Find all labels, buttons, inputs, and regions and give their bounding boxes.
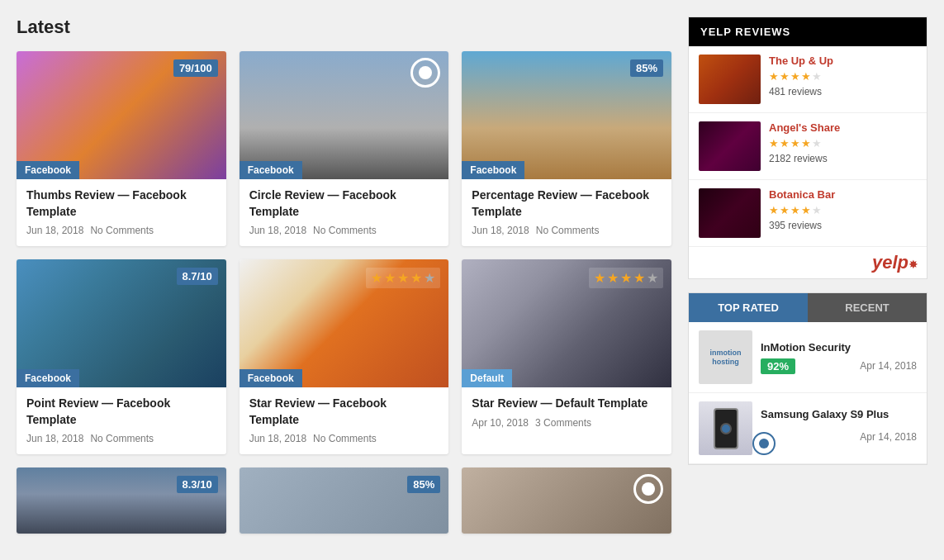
yelp-info: Botanica Bar ★★★★★ 395 reviews	[769, 188, 917, 238]
card-meta: Jun 18, 2018 No Comments	[26, 433, 216, 444]
rated-item-name: Samsung Galaxy S9 Plus	[761, 408, 917, 420]
card-date: Jun 18, 2018	[26, 433, 83, 444]
percent-badge: 85%	[407, 476, 440, 493]
review-card[interactable]: Facebook Circle Review — Facebook Templa…	[240, 51, 449, 246]
yelp-place-name: Botanica Bar	[769, 188, 917, 201]
yelp-stars: ★★★★★	[769, 204, 917, 216]
bottom-cards-grid: 8.3/10 85%	[17, 467, 671, 534]
yelp-header: YELP REVIEWS	[689, 17, 927, 46]
review-card[interactable]: ★★★★★ Facebook Star Review — Facebook Te…	[240, 259, 449, 454]
card-image: 79/100 Facebook	[17, 51, 226, 179]
rated-thumb	[699, 401, 752, 455]
camera-icon	[720, 423, 732, 434]
category-label: Facebook	[462, 161, 524, 179]
yelp-review-count: 395 reviews	[769, 220, 917, 231]
section-title: Latest	[17, 17, 671, 38]
card-image	[462, 467, 671, 534]
card-body: Thumbs Review — Facebook Template Jun 18…	[17, 179, 226, 246]
category-label: Default	[462, 369, 512, 387]
yelp-star-icon: ★	[769, 70, 779, 83]
card-comments: No Comments	[313, 225, 377, 236]
star-icon: ★	[594, 270, 605, 286]
yelp-star-icon: ★	[801, 204, 811, 216]
card-comments: No Comments	[90, 225, 154, 236]
card-body: Point Review — Facebook Template Jun 18,…	[17, 387, 226, 454]
yelp-star-icon: ★	[780, 137, 790, 149]
card-date: Jun 18, 2018	[249, 225, 306, 236]
yelp-star-icon: ★	[780, 204, 790, 216]
card-comments: No Comments	[313, 433, 377, 444]
card-date: Jun 18, 2018	[26, 225, 83, 236]
yelp-review-count: 481 reviews	[769, 86, 917, 97]
rated-item[interactable]: inmotionhosting InMotion Security 92% Ap…	[689, 322, 927, 393]
card-image: 8.3/10	[17, 467, 226, 534]
review-card[interactable]: 85%	[240, 467, 449, 534]
review-card[interactable]: 8.7/10 Facebook Point Review — Facebook …	[17, 259, 226, 454]
rated-item-name: InMotion Security	[761, 341, 917, 354]
stars-badge: ★★★★★	[366, 268, 440, 288]
yelp-info: The Up & Up ★★★★★ 481 reviews	[769, 55, 917, 104]
category-label: Facebook	[240, 369, 302, 387]
card-body: Circle Review — Facebook Template Jun 18…	[240, 179, 449, 246]
inmotion-logo: inmotionhosting	[710, 349, 742, 367]
phone-icon	[714, 408, 738, 449]
review-card[interactable]: 79/100 Facebook Thumbs Review — Facebook…	[17, 51, 226, 246]
yelp-thumbnail	[699, 121, 761, 171]
review-card[interactable]	[462, 467, 671, 534]
yelp-review-count: 2182 reviews	[769, 153, 917, 164]
yelp-item[interactable]: Angel's Share ★★★★★ 2182 reviews	[689, 113, 927, 180]
star-icon: ★	[607, 270, 619, 286]
yelp-thumb	[699, 55, 761, 104]
review-card[interactable]: ★★★★★ Default Star Review — Default Temp…	[462, 259, 671, 454]
yelp-place-name: Angel's Share	[769, 121, 917, 134]
yelp-item[interactable]: The Up & Up ★★★★★ 481 reviews	[689, 46, 927, 113]
review-card[interactable]: 85% Facebook Percentage Review — Faceboo…	[462, 51, 671, 246]
yelp-star-icon: ★	[801, 70, 811, 83]
yelp-burst-icon: ✸	[908, 258, 918, 271]
percent-badge: 85%	[630, 59, 663, 77]
card-meta: Jun 18, 2018 No Comments	[26, 225, 216, 236]
rated-item[interactable]: Samsung Galaxy S9 Plus Apr 14, 2018	[689, 393, 927, 464]
yelp-star-icon: ★	[769, 204, 779, 216]
yelp-star-icon: ★	[790, 70, 800, 83]
score-badge: 8.3/10	[177, 476, 218, 493]
card-image: 85% Facebook	[462, 51, 671, 179]
yelp-star-empty-icon: ★	[812, 70, 822, 83]
card-comments: No Comments	[90, 433, 154, 444]
card-title: Circle Review — Facebook Template	[249, 187, 439, 220]
top-rated-section: TOP RATED RECENT inmotionhosting InMotio…	[688, 292, 927, 465]
main-content: Latest 79/100 Facebook Thumbs Review — F…	[17, 17, 671, 534]
card-meta: Jun 18, 2018 No Comments	[472, 225, 662, 236]
star-icon: ★	[384, 270, 396, 286]
tab-recent[interactable]: RECENT	[808, 293, 927, 322]
sidebar: YELP REVIEWS The Up & Up ★★★★★ 481 revie…	[688, 17, 927, 534]
score-badge: 79/100	[173, 59, 218, 77]
yelp-reviews-section: YELP REVIEWS The Up & Up ★★★★★ 481 revie…	[688, 17, 927, 279]
tab-top-rated[interactable]: TOP RATED	[689, 293, 808, 322]
yelp-logo-text: yelp	[872, 252, 908, 273]
rated-score-badge: 92%	[761, 358, 795, 374]
card-date: Jun 18, 2018	[249, 433, 306, 444]
yelp-thumbnail	[699, 55, 761, 104]
yelp-star-icon: ★	[801, 137, 811, 149]
yelp-star-icon: ★	[769, 137, 779, 149]
score-badge: 8.7/10	[177, 268, 218, 285]
star-icon: ★	[633, 270, 645, 286]
star-icon: ★	[424, 270, 435, 286]
star-icon: ★	[620, 270, 632, 286]
stars-badge: ★★★★★	[589, 268, 663, 288]
yelp-star-empty-icon: ★	[812, 137, 822, 149]
cards-grid: 79/100 Facebook Thumbs Review — Facebook…	[17, 51, 671, 454]
star-icon: ★	[647, 270, 658, 286]
card-meta: Jun 18, 2018 No Comments	[249, 433, 439, 444]
yelp-thumbnail	[699, 188, 761, 238]
top-rated-tabs: TOP RATED RECENT	[689, 293, 927, 322]
yelp-thumb	[699, 188, 761, 238]
card-title: Point Review — Facebook Template	[26, 396, 216, 428]
yelp-star-icon: ★	[790, 137, 800, 149]
category-label: Facebook	[17, 369, 79, 387]
review-card[interactable]: 8.3/10	[17, 467, 226, 534]
card-body: Star Review — Default Template Apr 10, 2…	[462, 387, 671, 439]
yelp-item[interactable]: Botanica Bar ★★★★★ 395 reviews	[689, 180, 927, 247]
page-container: Latest 79/100 Facebook Thumbs Review — F…	[0, 0, 944, 550]
